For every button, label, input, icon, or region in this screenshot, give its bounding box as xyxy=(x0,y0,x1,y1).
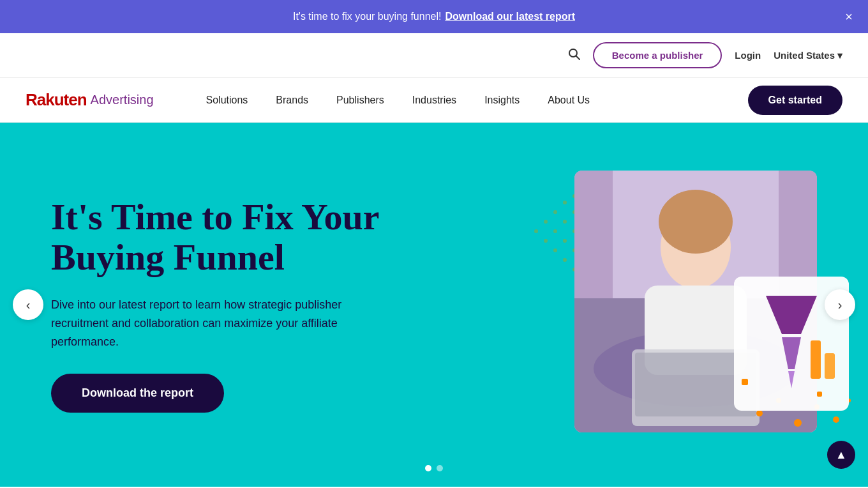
svg-point-44 xyxy=(659,190,733,254)
svg-rect-54 xyxy=(742,379,748,385)
become-publisher-button[interactable]: Become a publisher xyxy=(593,42,722,68)
funnel-graphic xyxy=(728,264,855,420)
svg-point-5 xyxy=(553,210,557,214)
carousel-dots xyxy=(425,465,443,471)
banner-link[interactable]: Download our latest report xyxy=(445,11,575,22)
search-icon[interactable] xyxy=(567,47,580,63)
carousel-prev-button[interactable]: ‹ xyxy=(13,289,43,320)
chevron-down-icon: ▾ xyxy=(837,50,842,61)
logo-advertising: Advertising xyxy=(91,93,154,107)
carousel-dot-1[interactable] xyxy=(425,465,431,471)
hero-description: Dive into our latest report to learn how… xyxy=(51,296,383,351)
login-link[interactable]: Login xyxy=(735,50,761,61)
svg-point-9 xyxy=(563,220,567,224)
nav-item-industries[interactable]: Industries xyxy=(398,79,470,121)
svg-line-1 xyxy=(576,56,580,59)
svg-point-8 xyxy=(563,201,567,204)
scroll-to-top-button[interactable]: ▲ xyxy=(827,441,855,469)
country-selector[interactable]: United States ▾ xyxy=(774,50,842,61)
svg-rect-55 xyxy=(817,392,822,397)
get-started-button[interactable]: Get started xyxy=(748,86,842,115)
svg-point-7 xyxy=(553,248,557,252)
download-report-button[interactable]: Download the report xyxy=(51,374,224,413)
svg-point-3 xyxy=(544,220,548,224)
svg-point-2 xyxy=(534,229,538,233)
nav-links: Solutions Brands Publishers Industries I… xyxy=(192,79,748,121)
logo-rakuten: Rakuten xyxy=(26,90,87,110)
nav-item-brands[interactable]: Brands xyxy=(262,79,322,121)
svg-rect-51 xyxy=(811,340,821,379)
svg-point-10 xyxy=(563,239,567,243)
announcement-banner: It's time to fix your buying funnel! Dow… xyxy=(0,0,868,33)
hero-content: It's Time to Fix Your Buying Funnel Dive… xyxy=(51,197,447,413)
logo-link[interactable]: Rakuten Advertising xyxy=(26,90,154,110)
svg-point-4 xyxy=(544,239,548,243)
svg-point-58 xyxy=(794,419,802,427)
svg-point-6 xyxy=(553,229,557,233)
hero-title: It's Time to Fix Your Buying Funnel xyxy=(51,197,447,278)
nav-item-publishers[interactable]: Publishers xyxy=(322,79,398,121)
main-nav: Rakuten Advertising Solutions Brands Pub… xyxy=(0,78,868,123)
svg-point-11 xyxy=(563,258,567,262)
country-label: United States xyxy=(774,50,835,61)
hero-image-area xyxy=(536,171,842,439)
carousel-next-button[interactable]: › xyxy=(825,289,855,320)
svg-rect-52 xyxy=(825,353,835,379)
nav-item-about-us[interactable]: About Us xyxy=(534,79,604,121)
banner-text: It's time to fix your buying funnel! xyxy=(293,11,442,22)
svg-point-0 xyxy=(569,49,577,57)
hero-section: ‹ It's Time to Fix Your Buying Funnel Di… xyxy=(0,123,868,487)
nav-item-solutions[interactable]: Solutions xyxy=(192,79,262,121)
top-nav-bar: Become a publisher Login United States ▾ xyxy=(0,33,868,78)
banner-close-button[interactable]: × xyxy=(845,10,853,23)
nav-item-insights[interactable]: Insights xyxy=(470,79,534,121)
carousel-dot-2[interactable] xyxy=(437,465,443,471)
